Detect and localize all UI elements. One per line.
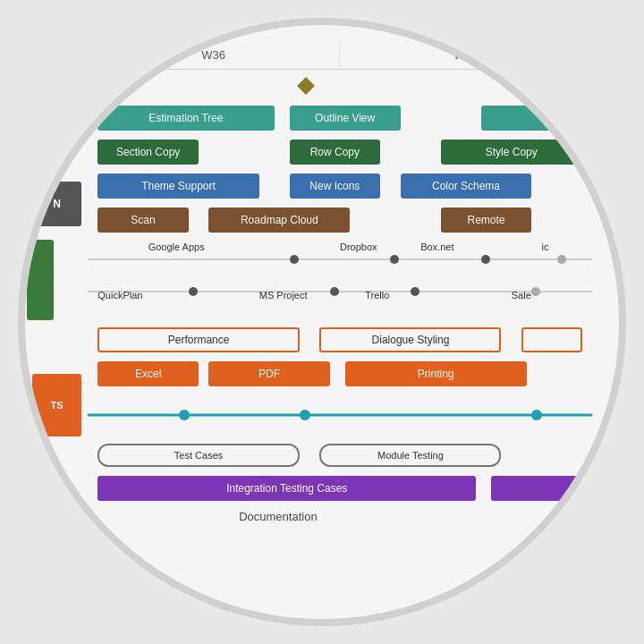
milestone-diamond [297, 77, 315, 95]
milestone-row [88, 73, 592, 98]
label-quickplan: QuickPlan [97, 290, 142, 301]
label-google-apps: Google Apps [148, 242, 205, 252]
bar-section-copy[interactable]: Section Copy [97, 140, 199, 165]
bar-pdf[interactable]: PDF [208, 361, 329, 386]
left-label-green [27, 240, 54, 320]
row-testing: Test Cases Module Testing [88, 440, 592, 470]
bar-scan[interactable]: Scan [97, 208, 189, 233]
bar-roadmap-cloud[interactable]: Roadmap Cloud [208, 208, 350, 233]
bar-excel[interactable]: Excel [97, 361, 199, 386]
week-cell-w36: W36 [88, 41, 340, 69]
left-label-n: N [32, 182, 81, 226]
row-estimation: Estimation Tree Outline View [88, 102, 592, 134]
bar-style-copy[interactable]: Style Copy [441, 140, 582, 165]
chart-container: W36 W37 Estimation Tree Outline View Sec… [18, 18, 626, 626]
bar-extra1[interactable] [481, 106, 582, 131]
left-label-ts: TS [32, 374, 81, 436]
bar-integration-testing[interactable]: Integration Testing Cases [97, 476, 476, 501]
timeline-cyan [88, 401, 592, 429]
row-export: Excel PDF Printing [88, 358, 592, 390]
gantt-chart: W36 W37 Estimation Tree Outline View Sec… [25, 25, 619, 619]
bar-integration-extra[interactable] [491, 476, 582, 501]
row-copy: Section Copy Row Copy Style Copy [88, 136, 592, 168]
bar-color-schema[interactable]: Color Schema [401, 174, 532, 199]
label-ic: ic [542, 242, 549, 252]
bar-estimation-tree[interactable]: Estimation Tree [97, 106, 274, 131]
bar-row-copy[interactable]: Row Copy [290, 140, 381, 165]
bar-test-cases[interactable]: Test Cases [97, 444, 300, 467]
week-cell-w37: W37 [340, 41, 592, 69]
bar-new-icons[interactable]: New Icons [290, 174, 381, 199]
label-boxnet: Box.net [420, 242, 453, 252]
bar-dialogue-styling[interactable]: Dialogue Styling [319, 327, 501, 352]
bar-perf-extra[interactable] [521, 327, 582, 352]
week-header: W36 W37 [88, 41, 592, 70]
bar-performance[interactable]: Performance [97, 327, 300, 352]
label-dropbox: Dropbox [340, 242, 377, 252]
bar-printing[interactable]: Printing [345, 361, 527, 386]
bar-theme-support[interactable]: Theme Support [97, 174, 258, 199]
label-documentation: Documentation [239, 510, 317, 523]
label-sale: Sale [512, 290, 531, 301]
bar-outline-view[interactable]: Outline View [290, 106, 401, 131]
row-theme: Theme Support New Icons Color Schema [88, 170, 592, 202]
row-scan: Scan Roadmap Cloud Remote [88, 204, 592, 236]
timeline-integrations: Google Apps Dropbox Box.net ic [88, 245, 592, 274]
row-documentation: Documentation [88, 506, 592, 531]
bar-module-testing[interactable]: Module Testing [319, 444, 501, 467]
row-integration: Integration Testing Cases [88, 472, 592, 504]
timeline-tools: QuickPlan MS Project Trello Sale [88, 277, 592, 306]
bar-remote[interactable]: Remote [441, 208, 532, 233]
row-performance: Performance Dialogue Styling [88, 324, 592, 356]
label-msproject: MS Project [259, 290, 308, 301]
label-trello: Trello [365, 290, 389, 301]
